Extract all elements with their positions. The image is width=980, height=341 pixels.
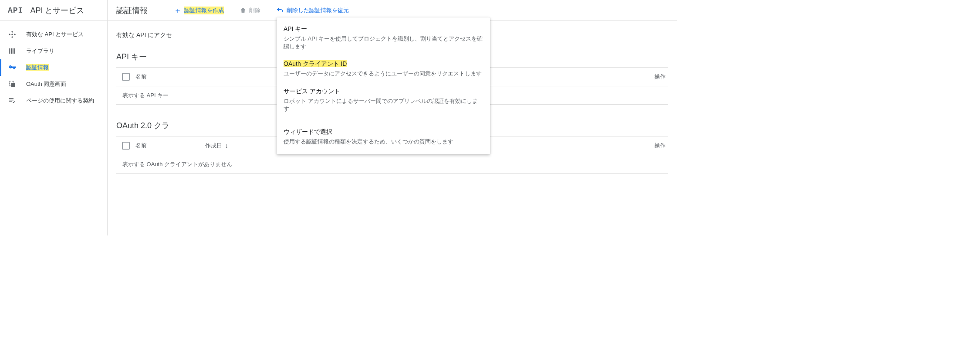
menu-item-title: サービス アカウント [284,88,483,95]
menu-divider [277,121,490,121]
sidebar-item-label: 有効な API とサービス [26,31,84,38]
svg-rect-11 [11,83,15,87]
svg-rect-3 [11,36,13,38]
col-name[interactable]: 名前 [135,73,205,81]
menu-item-api-key[interactable]: API キー シンプル API キーを使用してプロジェクトを識別し、割り当てとア… [277,21,490,56]
svg-rect-1 [9,34,10,35]
col-created[interactable]: 作成日 ↓ [205,142,284,150]
sidebar-item-oauth-consent[interactable]: OAuth 同意画面 [0,76,107,92]
svg-point-9 [10,66,10,67]
product-header: API API とサービス [0,0,107,21]
sidebar-item-library[interactable]: ライブラリ [0,43,107,59]
sidebar-item-label: ページの使用に関する契約 [26,97,94,105]
menu-item-desc: 使用する認証情報の種類を決定するため、いくつかの質問をします [284,138,483,146]
sidebar-nav: 有効な API とサービス ライブラリ 認証情報 OAuth 同意画面 [0,21,107,109]
sidebar-item-page-usage[interactable]: ページの使用に関する契約 [0,92,107,109]
select-all-checkbox[interactable] [122,142,130,150]
consent-icon [8,80,17,88]
menu-item-desc: シンプル API キーを使用してプロジェクトを識別し、割り当てとアクセスを確認し… [284,35,483,51]
product-title: API とサービス [30,5,84,16]
create-credentials-menu: API キー シンプル API キーを使用してプロジェクトを識別し、割り当てとア… [277,17,490,154]
page-title: 認証情報 [116,5,148,16]
svg-rect-6 [11,48,12,54]
menu-item-service-account[interactable]: サービス アカウント ロボット アカウントによるサーバー間でのアプリレベルの認証… [277,83,490,118]
sidebar-item-enabled-apis[interactable]: 有効な API とサービス [0,26,107,43]
sidebar-item-label: ライブラリ [26,47,54,55]
undo-icon [276,7,284,14]
svg-rect-0 [11,31,13,33]
menu-item-title: API キー [284,25,483,33]
svg-rect-5 [9,48,10,54]
select-all-checkbox[interactable] [122,73,130,81]
trash-icon [240,7,247,14]
menu-item-oauth-client[interactable]: OAuth クライアント ID ユーザーのデータにアクセスできるようにユーザーの… [277,56,490,83]
col-name[interactable]: 名前 [135,142,205,150]
sidebar-item-credentials[interactable]: 認証情報 [0,59,107,76]
col-ops: 操作 [646,142,668,150]
sort-desc-icon: ↓ [225,142,228,150]
menu-item-title: OAuth クライアント ID [284,60,483,68]
delete-button[interactable]: 削除 [238,5,262,16]
svg-rect-7 [13,48,14,54]
delete-label: 削除 [249,7,260,14]
key-icon [8,63,17,72]
menu-item-wizard[interactable]: ウィザードで選択 使用する認証情報の種類を決定するため、いくつかの質問をします [277,124,490,151]
product-logo: API [8,6,23,15]
diamond-grid-icon [8,31,17,38]
restore-button[interactable]: 削除した認証情報を復元 [274,5,351,16]
settings-check-icon [8,97,17,105]
sidebar: API API とサービス 有効な API とサービス ライブラリ 認証情報 [0,0,108,235]
svg-rect-8 [14,48,15,54]
svg-rect-12 [9,98,14,99]
menu-item-desc: ロボット アカウントによるサーバー間でのアプリレベルの認証を有効にします [284,97,483,113]
main-area: 認証情報 ＋ 認証情報を作成 削除 削除した認証情報を復元 有効な API にア… [108,0,677,235]
create-credentials-label: 認証情報を作成 [184,7,224,14]
sidebar-item-label: OAuth 同意画面 [26,80,66,88]
svg-rect-2 [14,34,16,35]
create-credentials-button[interactable]: ＋ 認証情報を作成 [172,5,226,16]
svg-rect-13 [9,100,14,101]
oauth-clients-empty: 表示する OAuth クライアントがありません [116,155,668,174]
svg-rect-14 [9,102,12,102]
restore-label: 削除した認証情報を復元 [287,7,349,14]
svg-rect-4 [11,34,13,35]
library-icon [8,47,17,55]
plus-icon: ＋ [174,7,182,14]
menu-item-title: ウィザードで選択 [284,128,483,136]
col-ops: 操作 [646,73,668,81]
sidebar-item-label: 認証情報 [26,64,49,72]
menu-item-desc: ユーザーのデータにアクセスできるようにユーザーの同意をリクエストします [284,70,483,78]
